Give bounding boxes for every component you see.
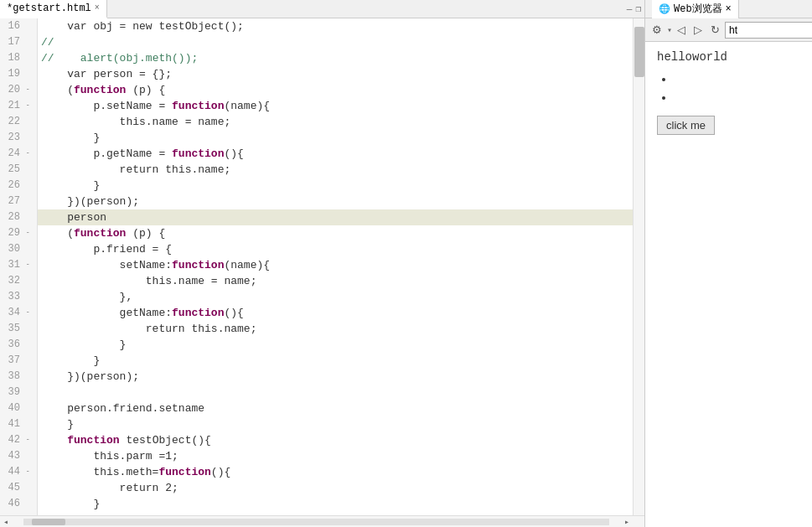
code-line[interactable]: this.meth=function(){ [38,464,644,480]
code-segment [41,432,67,448]
code-line[interactable]: } [38,337,644,353]
code-line[interactable]: } [38,496,644,512]
fold-icon[interactable]: - [22,305,30,321]
code-line[interactable]: return this.name; [38,162,644,178]
line-number: 24- [0,146,34,162]
line-number: 46 [0,496,34,512]
line-number: 19 [0,66,34,82]
fold-icon[interactable]: - [22,464,30,480]
line-num-value: 41 [8,416,20,432]
editor-scrollbar[interactable] [633,18,644,515]
scroll-track[interactable] [23,519,609,525]
code-line[interactable]: var person = {}; [38,66,644,82]
line-number: 28 [0,209,34,225]
editor-restore-btn[interactable]: ❐ [635,3,641,14]
code-line[interactable]: p.friend = { [38,241,644,257]
line-number: 34- [0,305,34,321]
code-line[interactable]: person [38,209,644,225]
browser-pane: 🌐 Web浏览器 × — □ ⚙ ▾ ◁ ▷ ↻ helloworld clic… [645,0,812,527]
line-num-value: 22 [8,114,20,130]
main-container: *getstart.html × — ❐ 1617181920-21-22232… [0,0,812,527]
code-line[interactable] [38,385,644,400]
code-line[interactable]: return 2; [38,480,644,496]
fold-icon[interactable]: - [22,225,30,241]
line-num-value: 35 [8,321,20,337]
scroll-right-btn[interactable]: ▸ [621,516,633,528]
code-line[interactable]: // [38,34,644,50]
fold-icon[interactable]: - [22,98,30,114]
line-num-value: 40 [8,400,20,416]
code-line[interactable]: (function (p) { [38,225,644,241]
code-segment: (){ [211,464,230,480]
code-line[interactable]: var obj = new testObject(); [38,18,644,34]
line-number: 33 [0,289,34,305]
code-line[interactable]: } [38,353,644,369]
code-segment: var obj = new testObject(); [41,18,244,34]
code-line[interactable]: this.name = name; [38,273,644,289]
browser-tab[interactable]: 🌐 Web浏览器 × [652,0,739,18]
code-line[interactable]: return this.name; [38,321,644,337]
fold-icon[interactable]: - [22,82,30,98]
code-segment: function [172,305,224,321]
code-segment: }, [41,289,132,305]
code-line[interactable]: })(person); [38,369,644,385]
code-area[interactable]: var obj = new testObject();//// alert(ob… [38,18,644,515]
fold-icon[interactable]: - [22,257,30,273]
code-line[interactable]: // alert(obj.meth()); [38,50,644,66]
code-segment: testObject(){ [120,432,211,448]
line-number: 30 [0,241,34,257]
url-bar[interactable] [725,22,812,39]
code-line[interactable]: } [38,178,644,194]
code-line[interactable]: function testObject(){ [38,432,644,448]
line-number: 35 [0,321,34,337]
line-num-value: 43 [8,448,20,464]
line-num-value: 17 [8,34,20,50]
code-segment: } [41,178,100,194]
forward-button[interactable]: ▷ [690,22,706,38]
refresh-button[interactable]: ↻ [707,22,723,38]
code-segment: function [172,146,224,162]
code-segment: alert(obj.meth()); [54,50,199,66]
back-button[interactable]: ◁ [674,22,689,38]
code-line[interactable]: person.friend.setname [38,400,644,416]
code-line[interactable]: (function (p) { [38,82,644,98]
code-line[interactable]: getName:function(){ [38,305,644,321]
code-line[interactable]: this.parm =1; [38,448,644,464]
line-number: 39 [0,385,34,400]
editor-tab[interactable]: *getstart.html × [0,0,107,18]
scroll-left-btn[interactable]: ◂ [0,516,12,528]
line-number: 31- [0,257,34,273]
code-line[interactable]: } [38,130,644,146]
line-number: 36 [0,337,34,353]
line-num-value: 28 [8,209,20,225]
code-segment: } [41,130,100,146]
line-number: 44- [0,464,34,480]
browser-tab-close[interactable]: × [726,3,732,15]
line-num-value: 29 [8,225,20,241]
code-segment: function [158,464,210,480]
code-line[interactable]: }, [38,289,644,305]
code-line[interactable]: this.name = name; [38,114,644,130]
line-num-value: 27 [8,194,20,209]
code-line[interactable]: p.setName = function(name){ [38,98,644,114]
line-number: 45 [0,480,34,496]
fold-icon[interactable]: - [22,146,30,162]
horizontal-scrollbar[interactable]: ◂ ▸ [0,515,644,527]
editor-tab-close[interactable]: × [95,3,100,13]
line-number: 42- [0,432,34,448]
fold-icon[interactable]: - [22,432,30,448]
line-number: 37 [0,353,34,369]
editor-minimize-btn[interactable]: — [627,4,633,14]
line-num-value: 26 [8,178,20,194]
code-segment: (){ [224,146,243,162]
click-me-button[interactable]: click me [657,116,715,135]
settings-dropdown-icon[interactable]: ▾ [667,25,672,35]
code-line[interactable]: setName:function(name){ [38,257,644,273]
line-number: 41 [0,416,34,432]
code-segment: })(person); [41,369,139,385]
settings-button[interactable]: ⚙ [649,22,665,38]
code-line[interactable]: })(person); [38,194,644,209]
code-segment: } [41,496,100,512]
code-line[interactable]: p.getName = function(){ [38,146,644,162]
code-line[interactable]: } [38,416,644,432]
